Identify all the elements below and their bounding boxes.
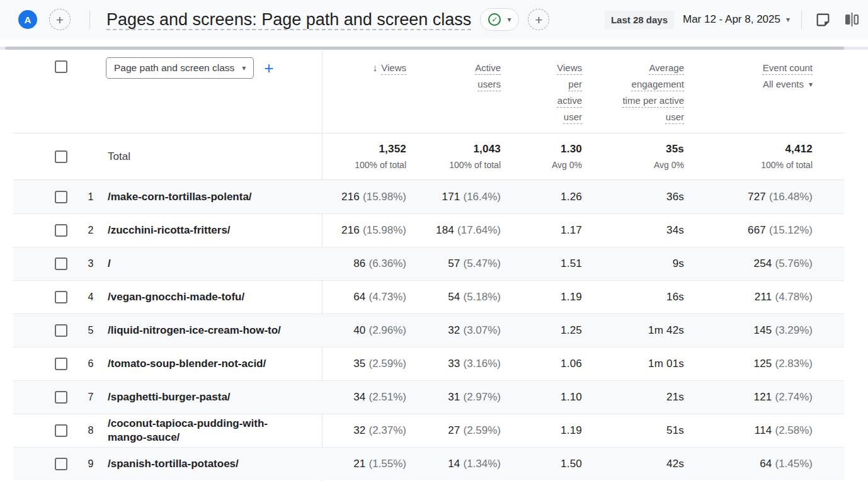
row-index: 6 [76,358,105,370]
table-row: 6 /tomato-soup-blender-not-acid/ 35 (2.5… [13,347,844,380]
report-status-dropdown[interactable]: ✓ ▾ [480,8,519,31]
column-header-views[interactable]: ↓ Views [322,50,414,76]
add-segment-button[interactable]: + [49,9,71,30]
views-per-active-user-cell: 1.19 [508,424,590,437]
select-all-checkbox[interactable] [55,60,67,73]
avg-engagement-cell: 34s [590,224,692,237]
active-users-cell: 184 (17.64%) [414,224,508,237]
add-dimension-button[interactable]: + [264,60,273,76]
row-checkbox[interactable] [55,391,67,404]
row-checkbox[interactable] [55,324,67,337]
page-path-cell: /coconut-tapioca-pudding-with-mango-sauc… [105,417,322,444]
table-row: 2 /zucchini-ricotta-fritters/ 216 (15.98… [13,213,844,247]
total-row-checkbox[interactable] [55,150,67,163]
column-label: Active users [464,60,501,93]
views-per-active-user-cell: 1.17 [508,224,590,237]
page-path-cell: /liquid-nitrogen-ice-cream-how-to/ [105,324,322,337]
add-comparison-button[interactable]: + [528,9,549,30]
total-avg-engagement: 35s Avg 0% [590,143,692,170]
views-cell: 32 (2.37%) [322,424,414,437]
dimension-selector[interactable]: Page path and screen class ▾ [106,57,254,79]
event-count-cell: 121 (2.74%) [692,391,820,404]
views-per-active-user-cell: 1.25 [508,324,590,337]
page-path: / [108,257,111,271]
row-index: 8 [76,425,105,436]
event-count-cell: 727 (16.48%) [692,191,820,203]
page-path: /spaghetti-burger-pasta/ [108,390,231,404]
event-count-cell: 145 (3.29%) [692,324,820,337]
date-range-picker[interactable]: Mar 12 - Apr 8, 2025 ▾ [683,13,790,26]
views-per-active-user-cell: 1.06 [508,358,590,370]
notes-button[interactable] [815,12,831,28]
row-index: 2 [76,225,105,236]
avatar[interactable]: A [18,10,37,29]
total-label: Total [105,150,322,163]
check-circle-icon: ✓ [488,13,501,26]
column-header-avg-engagement[interactable]: Average engagement time per active user [590,50,692,125]
table-row: 7 /spaghetti-burger-pasta/ 34 (2.51%) 31… [13,380,844,414]
page-path: /make-corn-tortillas-polenta/ [108,190,252,204]
column-header-event-count[interactable]: Event count All events ▾ [692,50,820,93]
row-checkbox[interactable] [55,224,67,237]
column-header-views-per-active-user[interactable]: Views per active user [508,50,590,125]
page-path-cell: /vegan-gnocchi-made-tofu/ [105,290,322,304]
avg-engagement-cell: 9s [590,257,692,270]
event-filter-dropdown[interactable]: All events ▾ [763,76,813,93]
row-index: 1 [76,191,105,203]
table-row: 5 /liquid-nitrogen-ice-cream-how-to/ 40 … [13,314,844,347]
event-count-cell: 211 (4.78%) [692,291,820,303]
comparison-toggle-button[interactable] [843,12,860,27]
chevron-down-icon: ▾ [786,16,790,23]
active-users-cell: 31 (2.97%) [414,391,508,404]
column-label: Views per active user [551,60,582,125]
column-label: Event count [763,60,813,76]
total-event-count: 4,412 100% of total [692,143,820,170]
total-views-per-active-user: 1.30 Avg 0% [508,143,590,170]
views-cell: 86 (6.36%) [322,257,414,270]
divider [801,10,802,29]
event-count-cell: 667 (15.12%) [692,224,820,237]
column-header-active-users[interactable]: Active users [414,50,508,93]
table-row: 4 /vegan-gnocchi-made-tofu/ 64 (4.73%) 5… [13,280,844,314]
page-path-cell: /tomato-soup-blender-not-acid/ [105,357,322,371]
views-cell: 216 (15.98%) [322,224,414,237]
event-filter-label: All events [763,76,804,93]
row-index: 5 [76,325,105,336]
note-icon [815,12,831,28]
chevron-down-icon: ▾ [507,16,511,23]
table-total-row: Total 1,352 100% of total 1,043 100% of … [13,133,844,180]
views-cell: 21 (1.55%) [322,458,414,470]
table-row: 8 /coconut-tapioca-pudding-with-mango-sa… [13,414,844,447]
row-checkbox[interactable] [55,291,67,303]
row-checkbox[interactable] [55,191,67,203]
row-index: 7 [76,392,105,403]
avg-engagement-cell: 1m 01s [590,358,692,370]
sort-descending-icon: ↓ [372,60,377,76]
total-views: 1,352 100% of total [322,143,414,170]
row-checkbox[interactable] [55,424,67,437]
table-body: 1 /make-corn-tortillas-polenta/ 216 (15.… [13,180,844,480]
page-path: /spanish-tortilla-potatoes/ [108,457,239,471]
avg-engagement-cell: 51s [590,424,692,437]
active-users-cell: 171 (16.4%) [414,191,508,203]
active-users-cell: 14 (1.34%) [414,458,508,470]
report-header-bar: A + Pages and screens: Page path and scr… [0,0,868,39]
active-users-cell: 33 (3.16%) [414,358,508,370]
avg-engagement-cell: 1m 42s [590,324,692,337]
event-count-cell: 254 (5.76%) [692,257,820,270]
views-cell: 40 (2.96%) [322,324,414,337]
row-checkbox[interactable] [55,257,67,270]
row-checkbox[interactable] [55,358,67,370]
event-count-cell: 125 (2.83%) [692,358,820,370]
table-row: 1 /make-corn-tortillas-polenta/ 216 (15.… [13,180,844,213]
row-index: 4 [76,291,105,303]
page-path: /zucchini-ricotta-fritters/ [108,224,231,237]
avg-engagement-cell: 36s [590,191,692,203]
row-checkbox[interactable] [55,458,67,470]
views-per-active-user-cell: 1.19 [508,291,590,303]
views-cell: 35 (2.59%) [322,358,414,370]
report-title[interactable]: Pages and screens: Page path and screen … [106,10,471,30]
page-path-cell: /make-corn-tortillas-polenta/ [105,190,322,204]
table-row: 3 / 86 (6.36%) 57 (5.47%) 1.51 9s 254 (5… [13,247,844,280]
date-range-label: Mar 12 - Apr 8, 2025 [683,13,780,26]
